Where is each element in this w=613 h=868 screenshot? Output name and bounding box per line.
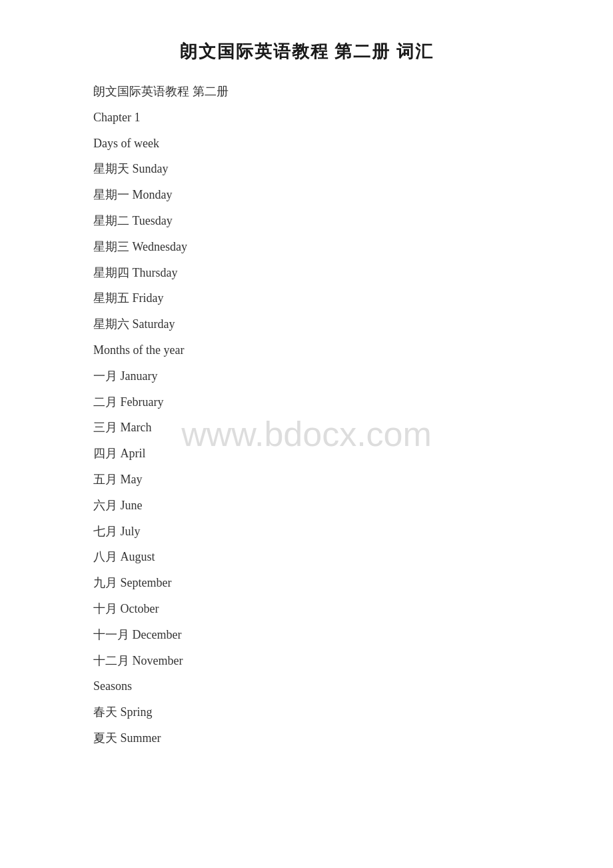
line-days-header: Days of week: [93, 134, 520, 153]
line-sunday: 星期天 Sunday: [93, 159, 520, 179]
line-may: 五月 May: [93, 470, 520, 489]
line-seasons-header: Seasons: [93, 677, 520, 696]
line-wednesday: 星期三 Wednesday: [93, 237, 520, 257]
line-thursday: 星期四 Thursday: [93, 263, 520, 283]
line-december-label: 十二月 November: [93, 651, 520, 671]
line-august: 八月 August: [93, 547, 520, 567]
line-subtitle: 朗文国际英语教程 第二册: [93, 82, 520, 101]
line-summer: 夏天 Summer: [93, 729, 520, 748]
line-monday: 星期一 Monday: [93, 185, 520, 205]
line-september: 九月 September: [93, 573, 520, 593]
line-april: 四月 April: [93, 444, 520, 463]
line-march: 三月 March: [93, 418, 520, 437]
line-tuesday: 星期二 Tuesday: [93, 211, 520, 231]
line-october: 十月 October: [93, 599, 520, 619]
line-months-header: Months of the year: [93, 341, 520, 360]
line-spring: 春天 Spring: [93, 703, 520, 722]
line-saturday: 星期六 Saturday: [93, 315, 520, 334]
line-february: 二月 February: [93, 393, 520, 412]
line-friday: 星期五 Friday: [93, 289, 520, 308]
line-january: 一月 January: [93, 367, 520, 386]
line-chapter1: Chapter 1: [93, 108, 520, 127]
line-july: 七月 July: [93, 522, 520, 541]
page-title: 朗文国际英语教程 第二册 词汇: [93, 40, 520, 63]
line-november-label: 十一月 December: [93, 625, 520, 645]
line-june: 六月 June: [93, 496, 520, 515]
